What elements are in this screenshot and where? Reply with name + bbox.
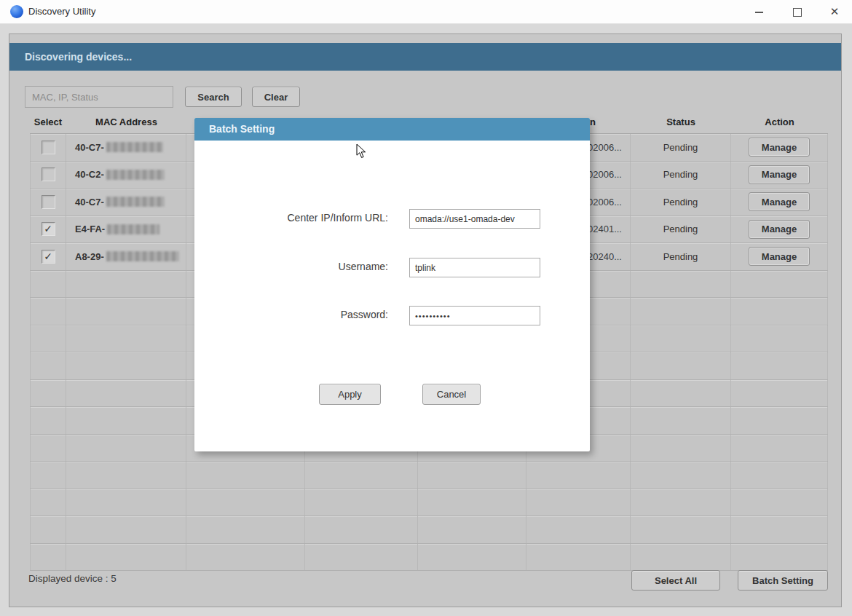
- mac-cell: 40-C7-: [66, 134, 186, 161]
- select-all-button[interactable]: Select All: [631, 570, 720, 591]
- action-cell: Manage: [731, 243, 828, 270]
- mouse-cursor-icon: [356, 143, 368, 159]
- version-fragment: 02006...: [588, 197, 622, 208]
- center-ip-label: Center IP/Inform URL:: [194, 212, 388, 224]
- action-cell: Manage: [731, 162, 828, 189]
- username-input[interactable]: [409, 258, 540, 277]
- manage-button[interactable]: Manage: [749, 220, 810, 239]
- username-label: Username:: [194, 261, 388, 272]
- mac-prefix: 40-C7-: [75, 142, 104, 153]
- maximize-button[interactable]: [783, 0, 812, 23]
- window-titlebar: Discovery Utility ✕: [0, 0, 852, 24]
- maximize-icon: [793, 8, 802, 17]
- checkbox-checked[interactable]: ✓: [42, 222, 55, 236]
- apply-button[interactable]: Apply: [319, 384, 381, 405]
- status-text: Pending: [631, 197, 730, 208]
- mac-cell: 40-C2-: [66, 162, 186, 189]
- mac-redacted-block: [106, 142, 163, 152]
- select-cell: [30, 189, 66, 216]
- batch-setting-button[interactable]: Batch Setting: [738, 570, 828, 591]
- mac-prefix: 40-C7-: [75, 197, 104, 208]
- window-title: Discovery Utility: [28, 0, 95, 23]
- dialog-title: Batch Setting: [209, 118, 275, 141]
- mac-cell: E4-FA-: [66, 216, 186, 243]
- center-ip-input[interactable]: [409, 209, 540, 229]
- empty-row: [30, 544, 828, 572]
- mac-prefix: A8-29-: [75, 251, 104, 262]
- status-text: Pending: [631, 251, 730, 262]
- action-cell: Manage: [731, 189, 828, 216]
- mac-redacted-block: [107, 224, 159, 234]
- manage-button[interactable]: Manage: [749, 192, 810, 211]
- status-text: Pending: [631, 142, 730, 153]
- status-cell: Pending: [631, 216, 731, 243]
- version-fragment: 02401...: [588, 224, 622, 234]
- checkbox-unchecked[interactable]: [42, 195, 55, 209]
- mac-cell: A8-29-: [66, 243, 186, 270]
- empty-row: [30, 516, 828, 544]
- manage-button[interactable]: Manage: [749, 138, 810, 157]
- search-input[interactable]: [25, 86, 173, 108]
- action-cell: Manage: [731, 216, 828, 243]
- mac-prefix: 40-C2-: [75, 169, 104, 180]
- status-cell: Pending: [631, 134, 731, 161]
- batch-setting-dialog: Batch Setting Center IP/Inform URL: User…: [194, 118, 590, 451]
- status-cell: Pending: [631, 189, 731, 216]
- version-fragment: 20240...: [588, 251, 622, 262]
- discover-status-bar: Discovering devices...: [9, 43, 841, 71]
- minimize-button[interactable]: [744, 0, 773, 23]
- col-header-status: Status: [631, 111, 731, 133]
- checkbox-checked[interactable]: ✓: [42, 250, 55, 264]
- displayed-device-count: Displayed device : 5: [28, 573, 117, 584]
- status-text: Pending: [631, 169, 730, 180]
- version-fragment: 02006...: [588, 169, 622, 180]
- col-header-select: Select: [30, 111, 66, 133]
- select-cell: ✓: [30, 243, 66, 270]
- password-input[interactable]: [409, 306, 540, 325]
- password-label: Password:: [194, 309, 388, 320]
- manage-button[interactable]: Manage: [749, 165, 810, 184]
- cancel-button[interactable]: Cancel: [422, 384, 481, 405]
- mac-redacted-block: [106, 197, 165, 207]
- minimize-icon: [755, 12, 763, 13]
- mac-redacted-block: [106, 251, 179, 261]
- action-cell: Manage: [731, 134, 828, 161]
- select-cell: [30, 162, 66, 189]
- app-logo-icon: [10, 5, 23, 18]
- search-button[interactable]: Search: [185, 87, 242, 107]
- status-cell: Pending: [631, 243, 731, 270]
- status-cell: Pending: [631, 162, 731, 189]
- status-text: Pending: [631, 224, 730, 234]
- mac-prefix: E4-FA-: [75, 224, 105, 234]
- checkbox-unchecked[interactable]: [42, 141, 55, 154]
- select-cell: ✓: [30, 216, 66, 243]
- select-cell: [30, 134, 66, 161]
- discover-status-text: Discovering devices...: [25, 43, 132, 71]
- mac-cell: 40-C7-: [66, 189, 186, 216]
- clear-button[interactable]: Clear: [252, 87, 300, 107]
- col-header-mac-address: MAC Address: [66, 111, 186, 133]
- version-fragment: 02006...: [588, 142, 622, 153]
- close-button[interactable]: ✕: [820, 0, 849, 23]
- col-header-action: Action: [731, 111, 828, 133]
- mac-redacted-block: [106, 170, 165, 180]
- checkbox-unchecked[interactable]: [42, 167, 55, 181]
- dialog-titlebar[interactable]: Batch Setting: [194, 118, 590, 141]
- empty-row: [30, 462, 828, 489]
- empty-row: [30, 489, 828, 517]
- manage-button[interactable]: Manage: [749, 247, 810, 266]
